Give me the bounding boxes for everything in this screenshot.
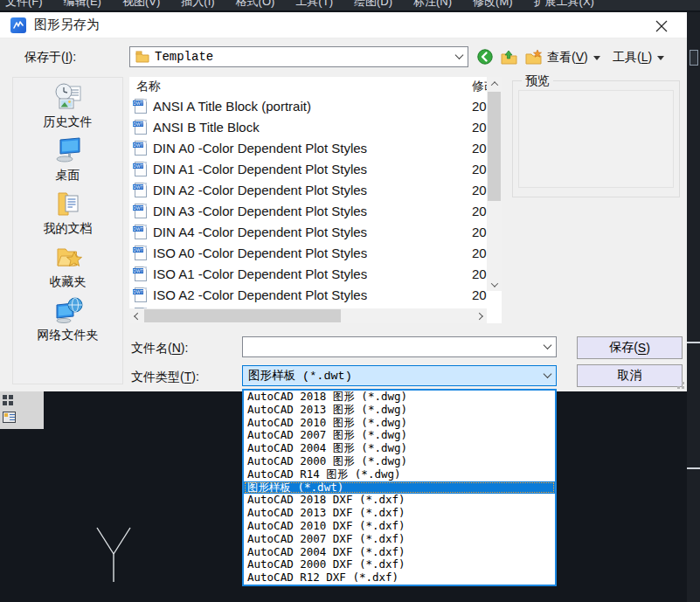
file-name: DIN A4 -Color Dependent Plot Styles — [153, 225, 367, 239]
close-icon[interactable] — [652, 17, 671, 35]
file-type-option[interactable]: AutoCAD 2013 图形 (*.dwg) — [244, 404, 555, 417]
file-modified-date: 20 — [472, 120, 487, 135]
file-type-option[interactable]: AutoCAD 2004 DXF (*.dxf) — [244, 546, 555, 559]
scrollbar-thumb[interactable] — [488, 92, 501, 201]
file-type-option[interactable]: AutoCAD R12 DXF (*.dxf) — [244, 571, 555, 585]
file-row[interactable]: ANSI A Title Block (portrait) 20 — [129, 95, 487, 116]
save-drawing-as-dialog: 图形另存为 保存于(I): Template 查看(V) 工具(L) — [0, 12, 687, 391]
file-type-option[interactable]: AutoCAD 2000 图形 (*.dwg) — [244, 455, 555, 468]
file-type-option[interactable]: AutoCAD 2018 图形 (*.dwg) — [244, 391, 555, 404]
dialog-title: 图形另存为 — [34, 17, 100, 33]
toolbar-fragment — [0, 391, 44, 429]
resize-grip[interactable] — [674, 378, 684, 389]
dwt-file-icon — [135, 266, 147, 281]
scroll-up-icon[interactable] — [487, 77, 502, 90]
file-type-option[interactable]: AutoCAD 2004 图形 (*.dwg) — [244, 442, 555, 455]
background-divider — [687, 342, 700, 343]
file-name: ISO A2 -Color Dependent Plot Styles — [153, 287, 367, 302]
file-type-option[interactable]: AutoCAD 2010 图形 (*.dwg) — [244, 417, 555, 430]
file-row[interactable]: ANSI B Title Block 20 — [129, 116, 487, 137]
tools-menu-button[interactable]: 工具(L) — [613, 49, 664, 66]
sidebar-item-desktop[interactable]: 桌面 — [13, 135, 122, 188]
layout-icon[interactable] — [3, 412, 16, 423]
preview-group: 预览 — [512, 80, 680, 197]
view-menu-button[interactable]: 查看(V) — [547, 49, 600, 66]
menu-item[interactable]: 插入(I) — [181, 0, 214, 10]
file-type-combobox[interactable]: 图形样板 (*.dwt) — [242, 365, 557, 386]
menu-item[interactable]: 标注(N) — [413, 0, 452, 10]
menu-item[interactable]: 视图(V) — [122, 0, 160, 10]
history-icon — [52, 81, 84, 113]
sidebar-item-my-documents[interactable]: 我的文档 — [13, 188, 122, 241]
sidebar-item-history[interactable]: 历史文件 — [13, 81, 122, 135]
file-name: ANSI B Title Block — [153, 120, 260, 135]
up-one-level-button[interactable] — [500, 48, 517, 66]
save-in-combobox[interactable]: Template — [129, 46, 468, 67]
dwt-file-icon — [135, 120, 147, 135]
favorites-icon — [52, 241, 84, 273]
dialog-titlebar: 图形另存为 — [0, 12, 687, 38]
menu-item[interactable]: 扩展工具(X) — [534, 0, 594, 10]
file-type-option[interactable]: AutoCAD 2010 DXF (*.dxf) — [244, 520, 555, 533]
file-name-input[interactable] — [245, 339, 533, 355]
dwt-file-icon — [135, 204, 147, 218]
tools-label: 工具(L) — [613, 50, 652, 66]
current-folder: Template — [155, 50, 213, 64]
file-row[interactable]: DIN A3 -Color Dependent Plot Styles 20 — [129, 200, 487, 221]
file-type-option[interactable]: 图形样板 (*.dwt) — [244, 481, 555, 495]
file-name: DIN A2 -Color Dependent Plot Styles — [153, 183, 367, 197]
scroll-left-icon[interactable] — [129, 308, 142, 323]
horizontal-scrollbar[interactable] — [129, 308, 487, 323]
scroll-right-icon[interactable] — [474, 308, 487, 323]
file-row[interactable]: DIN A0 -Color Dependent Plot Styles 20 — [129, 137, 487, 158]
file-type-dropdown-list: AutoCAD 2018 图形 (*.dwg) AutoCAD 2013 图形 … — [242, 389, 557, 586]
save-button[interactable]: 保存(S) — [577, 336, 683, 359]
menu-item[interactable]: 工具(T) — [295, 0, 333, 10]
scroll-down-icon[interactable] — [487, 278, 502, 291]
file-type-option[interactable]: AutoCAD R14 图形 (*.dwg) — [244, 468, 555, 481]
menu-item[interactable]: 绘图(D) — [354, 0, 392, 10]
file-name: ANSI A Title Block (portrait) — [153, 99, 311, 114]
file-type-option[interactable]: AutoCAD 2007 图形 (*.dwg) — [244, 429, 555, 442]
preview-image-area — [518, 90, 674, 188]
file-modified-date: 20 — [472, 266, 487, 281]
file-name: DIN A0 -Color Dependent Plot Styles — [153, 141, 367, 156]
new-folder-button[interactable] — [524, 48, 542, 66]
file-type-option[interactable]: AutoCAD 2018 DXF (*.dxf) — [244, 494, 555, 507]
sidebar-item-network-folders[interactable]: 网络文件夹 — [13, 294, 122, 348]
chevron-down-icon — [593, 56, 600, 60]
menu-item[interactable]: 编辑(E) — [64, 0, 101, 10]
file-modified-date: 20 — [472, 225, 487, 239]
menu-item[interactable]: 文件(F) — [5, 0, 43, 10]
file-row[interactable]: DIN A1 -Color Dependent Plot Styles 20 — [129, 158, 487, 179]
column-header-name[interactable]: 名称 — [136, 79, 161, 94]
dwt-file-icon — [135, 183, 147, 197]
sidebar-item-favorites[interactable]: 收藏夹 — [13, 241, 122, 294]
back-button[interactable] — [476, 48, 494, 66]
file-name-combobox[interactable] — [242, 336, 557, 357]
file-row[interactable]: DIN A4 -Color Dependent Plot Styles 20 — [129, 221, 487, 242]
file-type-option[interactable]: AutoCAD 2000 DXF (*.dxf) — [244, 558, 555, 571]
cancel-button[interactable]: 取消 — [577, 364, 683, 387]
chevron-down-icon — [456, 56, 462, 59]
file-name: DIN A3 -Color Dependent Plot Styles — [153, 204, 367, 218]
grid-icon[interactable] — [3, 395, 14, 406]
file-row[interactable]: ISO A1 -Color Dependent Plot Styles 20 — [129, 263, 487, 284]
file-list-header: 名称 修改 — [129, 77, 487, 95]
vertical-scrollbar[interactable] — [487, 77, 502, 291]
menu-item[interactable]: 修改(M) — [473, 0, 513, 10]
file-list: 名称 修改 ANSI A Title Block (portrait) 20 A… — [129, 77, 502, 323]
file-row[interactable]: ISO A2 -Color Dependent Plot Styles 20 — [129, 284, 487, 305]
file-row[interactable]: DIN A2 -Color Dependent Plot Styles 20 — [129, 179, 487, 200]
file-type-option[interactable]: AutoCAD 2007 DXF (*.dxf) — [244, 533, 555, 546]
menu-item[interactable]: 格式(O) — [236, 0, 275, 10]
view-label: 查看(V) — [547, 50, 588, 66]
app-icon — [10, 17, 26, 33]
chevron-down-icon — [544, 375, 551, 377]
scrollbar-thumb[interactable] — [144, 309, 341, 322]
file-type-option[interactable]: AutoCAD 2013 DXF (*.dxf) — [244, 507, 555, 520]
dwt-file-icon — [135, 141, 147, 156]
file-row[interactable]: ISO A0 -Color Dependent Plot Styles 20 — [129, 242, 487, 263]
network-icon — [52, 294, 84, 326]
file-modified-date: 20 — [472, 204, 487, 218]
